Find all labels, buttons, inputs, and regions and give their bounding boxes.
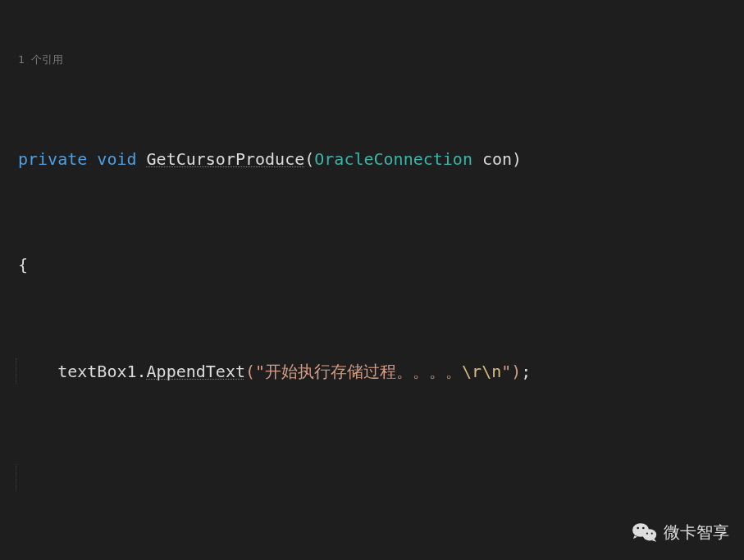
- keyword-private: private: [18, 149, 87, 169]
- code-line[interactable]: textBox1.AppendText("开始执行存储过程。。。。\r\n");: [0, 358, 744, 385]
- method-name: GetCursorProduce: [147, 149, 305, 169]
- svg-point-2: [637, 526, 639, 529]
- keyword-void: void: [97, 149, 136, 169]
- param-con: con: [482, 149, 512, 169]
- references-count[interactable]: 1 个引用: [0, 53, 744, 66]
- svg-point-1: [643, 529, 657, 540]
- wechat-icon: [632, 520, 657, 544]
- call-appendtext: AppendText: [147, 362, 245, 381]
- code-line[interactable]: private void GetCursorProduce(OracleConn…: [0, 146, 744, 172]
- type-oracleconnection: OracleConnection: [314, 149, 472, 169]
- svg-point-3: [642, 526, 645, 529]
- brace-open: {: [18, 255, 28, 275]
- code-line[interactable]: [0, 464, 744, 490]
- watermark-text: 微卡智享: [664, 519, 729, 545]
- code-line[interactable]: {: [0, 252, 744, 278]
- svg-point-5: [651, 532, 653, 534]
- escape-sequence: \r\n: [462, 362, 501, 381]
- watermark: 微卡智享: [632, 519, 729, 545]
- code-editor[interactable]: 1 个引用 private void GetCursorProduce(Orac…: [0, 0, 744, 560]
- svg-point-4: [646, 532, 648, 534]
